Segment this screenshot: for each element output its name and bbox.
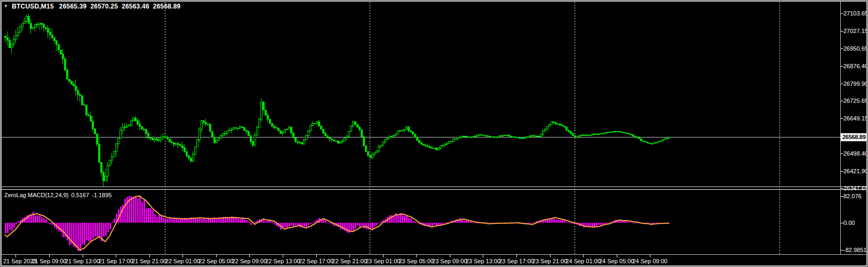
indicator-panel-area[interactable] [2, 190, 840, 254]
candlestick-series [5, 14, 670, 187]
symbol-collapse-icon[interactable]: ▼ [4, 4, 8, 9]
chart-window: ▼BTCUSD,M1526565.3926570.2526563.4626568… [0, 0, 868, 267]
price-axis-drag-area[interactable] [841, 2, 866, 255]
time-axis-drag-area[interactable] [2, 255, 840, 265]
